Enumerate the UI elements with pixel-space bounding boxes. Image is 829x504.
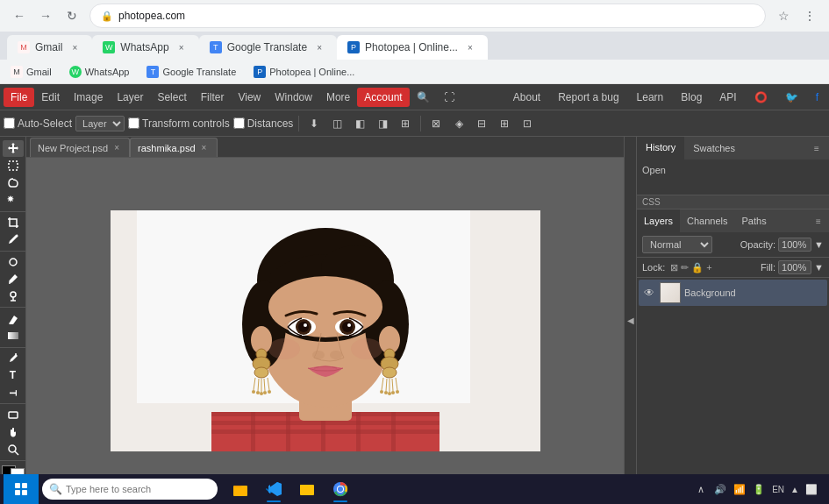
- tool-crop[interactable]: [3, 214, 24, 231]
- bookmark-photopea[interactable]: P Photopea | Online...: [250, 64, 358, 80]
- tab-layers[interactable]: Layers: [637, 209, 680, 232]
- tab-paths[interactable]: Paths: [735, 209, 774, 232]
- auto-select-input[interactable]: [4, 117, 15, 129]
- lock-all-icon[interactable]: +: [706, 262, 711, 273]
- tray-notification-icon[interactable]: ⬜: [804, 482, 818, 496]
- menu-filter[interactable]: Filter: [194, 88, 232, 107]
- menu-file[interactable]: File: [4, 88, 34, 107]
- menu-more[interactable]: More: [319, 88, 357, 107]
- tab-translate-close[interactable]: ×: [312, 40, 326, 54]
- tray-battery-icon[interactable]: 🔋: [752, 482, 766, 496]
- menu-twitter-icon[interactable]: 🐦: [778, 88, 805, 107]
- tab-history[interactable]: History: [637, 137, 684, 160]
- menu-reddit-icon[interactable]: ⭕: [747, 88, 775, 107]
- toolbar-icon-7[interactable]: ◈: [449, 114, 468, 133]
- tool-eraser[interactable]: [3, 310, 24, 327]
- address-bar[interactable]: 🔒 photopea.com: [89, 4, 766, 28]
- tool-text[interactable]: T: [3, 367, 24, 384]
- canvas-viewport[interactable]: [26, 158, 624, 504]
- doc-tab-new-project[interactable]: New Project.psd ×: [30, 138, 130, 157]
- tool-eyedropper[interactable]: [3, 231, 24, 248]
- toolbar-icon-10[interactable]: ⊡: [518, 114, 537, 133]
- menu-window[interactable]: Window: [268, 88, 319, 107]
- layer-background[interactable]: 👁 Background: [639, 280, 827, 306]
- tab-whatsapp-close[interactable]: ×: [175, 40, 189, 54]
- tool-move[interactable]: [3, 140, 24, 157]
- taskbar-chrome-app[interactable]: [325, 474, 356, 504]
- tool-select-rect[interactable]: [3, 158, 24, 174]
- menu-account[interactable]: Account: [357, 88, 409, 107]
- forward-btn[interactable]: →: [33, 4, 58, 28]
- menu-api[interactable]: API: [712, 88, 743, 107]
- tool-pen[interactable]: [3, 350, 24, 366]
- toolbar-icon-5[interactable]: ⊞: [396, 114, 415, 133]
- bookmark-gmail[interactable]: M Gmail: [7, 64, 55, 80]
- menu-about[interactable]: About: [506, 88, 547, 107]
- toolbar-icon-6[interactable]: ⊠: [426, 114, 446, 133]
- menu-learn[interactable]: Learn: [630, 88, 671, 107]
- menu-facebook-icon[interactable]: f: [809, 88, 825, 107]
- doc-tab-rashmika[interactable]: rashmika.psd ×: [130, 138, 217, 157]
- tab-gmail-close[interactable]: ×: [68, 40, 82, 54]
- lock-transparent-icon[interactable]: ⊠: [670, 262, 678, 273]
- tool-healing[interactable]: [3, 254, 24, 271]
- lock-pixels-icon[interactable]: ✏: [681, 262, 689, 273]
- transform-input[interactable]: [128, 117, 139, 129]
- taskbar-explorer-app[interactable]: [225, 474, 256, 504]
- auto-select-checkbox[interactable]: Auto-Select: [4, 117, 72, 130]
- menu-edit[interactable]: Edit: [34, 88, 67, 107]
- toolbar-icon-3[interactable]: ◧: [350, 114, 369, 133]
- menu-image[interactable]: Image: [67, 88, 110, 107]
- tray-language[interactable]: EN: [771, 482, 785, 496]
- tab-channels[interactable]: Channels: [680, 209, 734, 232]
- bookmark-btn[interactable]: ☆: [771, 4, 796, 28]
- tray-wifi-icon[interactable]: 📶: [733, 482, 747, 496]
- more-btn[interactable]: ⋮: [797, 4, 822, 28]
- tab-swatches[interactable]: Swatches: [684, 137, 744, 160]
- tray-speaker-icon[interactable]: 🔊: [713, 482, 727, 496]
- tool-shape[interactable]: [3, 407, 24, 423]
- distances-checkbox[interactable]: Distances: [233, 117, 294, 130]
- back-btn[interactable]: ←: [7, 4, 32, 28]
- menu-search-icon[interactable]: 🔍: [410, 88, 437, 107]
- toolbar-icon-9[interactable]: ⊞: [495, 114, 514, 133]
- tray-chevron[interactable]: ∧: [694, 482, 708, 496]
- tool-clone[interactable]: [3, 288, 24, 305]
- tab-photopea-close[interactable]: ×: [463, 40, 477, 54]
- layer-select[interactable]: Layer: [75, 116, 125, 131]
- menu-report-bug[interactable]: Report a bug: [551, 88, 625, 107]
- tab-whatsapp[interactable]: W WhatsApp ×: [92, 35, 198, 60]
- menu-fullscreen-icon[interactable]: ⛶: [437, 88, 461, 107]
- css-panel-tab[interactable]: CSS: [637, 195, 829, 209]
- menu-layer[interactable]: Layer: [110, 88, 150, 107]
- tool-gradient[interactable]: [3, 328, 24, 344]
- doc-tab-rashmika-close[interactable]: ×: [199, 143, 210, 153]
- tool-lasso[interactable]: [3, 174, 24, 191]
- menu-blog[interactable]: Blog: [674, 88, 709, 107]
- bookmark-translate[interactable]: T Google Translate: [143, 64, 239, 80]
- tool-zoom[interactable]: [3, 441, 24, 458]
- panel-collapse-btn[interactable]: ◀: [624, 137, 636, 504]
- distances-input[interactable]: [233, 117, 245, 129]
- opacity-input[interactable]: [778, 238, 811, 252]
- doc-tab-new-project-close[interactable]: ×: [111, 143, 122, 153]
- tool-text-vertical[interactable]: T: [3, 385, 24, 401]
- layer-visibility-eye[interactable]: 👁: [642, 286, 656, 300]
- tool-hand[interactable]: [3, 424, 24, 441]
- tab-gmail[interactable]: M Gmail ×: [7, 35, 92, 60]
- panel-menu-btn[interactable]: ≡: [810, 141, 824, 155]
- taskbar-search-input[interactable]: [66, 484, 211, 494]
- menu-select[interactable]: Select: [150, 88, 193, 107]
- blend-mode-select[interactable]: Normal: [642, 236, 712, 253]
- transform-checkbox[interactable]: Transform controls: [128, 117, 230, 130]
- tab-translate[interactable]: T Google Translate ×: [199, 35, 337, 60]
- bookmark-whatsapp[interactable]: W WhatsApp: [66, 64, 133, 80]
- toolbar-icon-1[interactable]: ⬇: [304, 114, 324, 133]
- toolbar-icon-4[interactable]: ◨: [373, 114, 392, 133]
- taskbar-search[interactable]: 🔍: [42, 479, 218, 500]
- fill-input[interactable]: [778, 260, 811, 274]
- taskbar-vscode-app[interactable]: [258, 474, 289, 504]
- toolbar-icon-8[interactable]: ⊟: [472, 114, 491, 133]
- taskbar-files-app[interactable]: [291, 474, 323, 504]
- toolbar-icon-2[interactable]: ◫: [327, 114, 347, 133]
